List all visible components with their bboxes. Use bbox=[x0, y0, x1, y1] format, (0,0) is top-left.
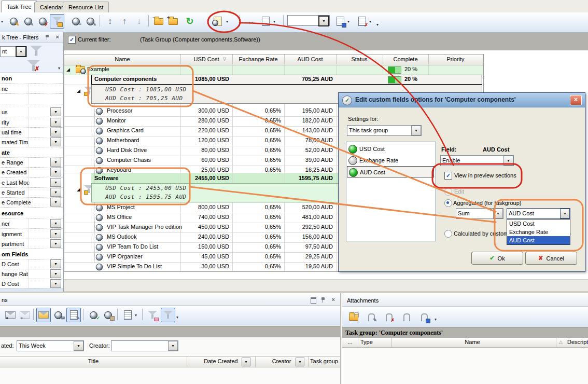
column-header-name[interactable]: Name bbox=[64, 54, 181, 64]
enable-combobox[interactable]: Enable ▾ bbox=[440, 155, 514, 166]
filter-field-row[interactable]: hange Rat▾ bbox=[0, 269, 63, 279]
chevron-down-icon[interactable]: ▾ bbox=[50, 107, 61, 116]
layout-combobox-dropdown-icon[interactable]: ▾ bbox=[318, 16, 329, 26]
dialog-close-icon[interactable]: × bbox=[570, 95, 582, 105]
chevron-down-icon[interactable]: ▾ bbox=[74, 341, 83, 351]
sidebar-more-icon[interactable]: ▾ bbox=[58, 66, 60, 71]
expand-all-icon[interactable]: + bbox=[166, 14, 180, 29]
column-header-exchange-rate[interactable]: Exchange Rate bbox=[232, 54, 285, 64]
column-header-type[interactable]: Type bbox=[358, 338, 392, 347]
chevron-down-icon[interactable]: ▾ bbox=[50, 219, 61, 228]
chevron-down-icon[interactable]: ▾ bbox=[493, 209, 503, 218]
dropdown-option-aud-cost[interactable]: AUD Cost bbox=[507, 236, 570, 244]
open-attachment-icon[interactable] bbox=[399, 310, 414, 324]
chevron-down-icon[interactable]: ▾ bbox=[168, 341, 178, 351]
column-filter-icon[interactable]: ▾ bbox=[242, 358, 250, 366]
current-filter-checkbox[interactable]: ✓ bbox=[68, 36, 76, 44]
chevron-down-icon[interactable]: ▾ bbox=[50, 229, 61, 238]
chevron-down-icon[interactable]: ▾ bbox=[50, 128, 61, 136]
aggregated-radio[interactable] bbox=[444, 199, 452, 207]
move-down-icon[interactable]: ↓ bbox=[132, 14, 146, 29]
filter-field-row[interactable]: e Started▾ bbox=[0, 187, 63, 198]
move-task-icon[interactable]: ↕ bbox=[103, 14, 117, 29]
add-attachment-icon[interactable] bbox=[346, 310, 361, 324]
settings-for-combobox[interactable]: This task group ▾ bbox=[347, 125, 422, 136]
filter-field-row[interactable]: mated Tim▾ bbox=[0, 137, 63, 147]
assign-task-icon[interactable] bbox=[101, 308, 115, 322]
tab-resource-list[interactable]: Resource List bbox=[63, 2, 109, 12]
filter-field-row[interactable]: ner▾ bbox=[0, 218, 63, 229]
show-notifications-icon[interactable] bbox=[36, 308, 51, 322]
filter-preset-combobox[interactable]: nt ▾ bbox=[0, 46, 27, 57]
aggregate-function-combobox[interactable]: Sum ▾ bbox=[456, 208, 503, 219]
column-header-aud-cost[interactable]: AUD Cost bbox=[284, 54, 337, 64]
chevron-down-icon[interactable]: ▾ bbox=[50, 138, 61, 146]
fit-width-icon[interactable]: ↔ bbox=[244, 14, 258, 29]
filter-field-row[interactable]: D Cost▾ bbox=[0, 259, 63, 269]
chevron-down-icon[interactable]: ▾ bbox=[50, 239, 61, 248]
pin-icon[interactable] bbox=[320, 297, 326, 303]
list-view-icon[interactable] bbox=[120, 308, 135, 322]
list-item-exchange-rate[interactable]: Exchange Rate bbox=[347, 155, 434, 166]
delete-layout-icon[interactable]: ✗ bbox=[355, 14, 369, 29]
horizontal-scroll-strip[interactable] bbox=[64, 279, 588, 292]
dropdown-option-usd-cost[interactable]: USD Cost bbox=[507, 220, 570, 228]
chevron-down-icon[interactable]: ▾ bbox=[50, 188, 61, 197]
close-icon[interactable]: × bbox=[332, 297, 335, 303]
toolbar-more-icon[interactable]: ▾ bbox=[376, 23, 379, 27]
close-icon[interactable]: × bbox=[56, 34, 59, 40]
edit-radio[interactable] bbox=[444, 188, 452, 196]
grid-columns-dropdown-icon[interactable]: ▾ bbox=[273, 20, 275, 24]
filter-field-row[interactable]: e Last Moc▾ bbox=[0, 177, 63, 188]
dropdown-option-exchange-rate[interactable]: Exchange Rate bbox=[507, 228, 570, 236]
task-export-icon[interactable]: ▴ bbox=[83, 14, 97, 29]
column-filter-icon[interactable]: ▾ bbox=[296, 358, 304, 366]
column-header-description[interactable]: Description bbox=[565, 338, 588, 347]
task-notes-icon[interactable]: ≡ bbox=[68, 14, 83, 29]
delete-layout-dropdown-icon[interactable]: ▾ bbox=[369, 20, 371, 24]
column-header-dots[interactable]: ... bbox=[342, 338, 358, 347]
task-notification-icon[interactable]: ✉ bbox=[51, 308, 65, 322]
column-header-status[interactable]: Status bbox=[336, 54, 383, 64]
date-created-combobox[interactable]: This Week ▾ bbox=[17, 340, 84, 351]
column-header-task-group[interactable]: Task group bbox=[308, 356, 340, 367]
toolbar-overflow-icon[interactable]: ▾ bbox=[1, 20, 3, 24]
list-view-dropdown-icon[interactable]: ▾ bbox=[135, 313, 137, 318]
filter-field-row[interactable]: e Complete▾ bbox=[0, 197, 63, 208]
accept-task-icon[interactable]: ✓ bbox=[86, 308, 101, 322]
layout-combobox[interactable]: ▾ bbox=[287, 15, 330, 26]
save-layout-dropdown-icon[interactable]: ▾ bbox=[347, 20, 349, 24]
view-message-icon[interactable]: ● bbox=[3, 308, 18, 322]
chevron-down-icon[interactable]: ▾ bbox=[411, 126, 421, 135]
pin-icon[interactable] bbox=[45, 34, 50, 40]
chevron-down-icon[interactable]: ▾ bbox=[50, 168, 61, 176]
chevron-down-icon[interactable]: ▾ bbox=[560, 209, 570, 218]
tree-expand-icon[interactable]: ◢ bbox=[77, 187, 80, 192]
filter-field-row[interactable]: e Created▾ bbox=[0, 167, 63, 177]
calculated-radio[interactable] bbox=[444, 230, 452, 238]
chevron-down-icon[interactable]: ▾ bbox=[50, 279, 61, 288]
filter-preset-dropdown-icon[interactable]: ▾ bbox=[16, 46, 26, 57]
column-header-title[interactable]: Title bbox=[0, 356, 187, 367]
column-header-priority[interactable]: Priority bbox=[428, 54, 483, 64]
edit-attachment-icon[interactable]: ✎ bbox=[364, 310, 379, 324]
filter-dropdown-icon[interactable]: ▾ bbox=[176, 316, 178, 320]
refresh-icon[interactable]: ↻ bbox=[183, 14, 197, 29]
delete-attachment-icon[interactable]: ✗ bbox=[382, 310, 396, 324]
filter-field-row[interactable]: us▾ bbox=[0, 107, 63, 117]
clear-filter-icon[interactable]: ✗ bbox=[27, 60, 40, 73]
move-up-icon[interactable]: ↑ bbox=[117, 14, 132, 29]
chevron-down-icon[interactable]: ▾ bbox=[50, 118, 61, 127]
list-item-aud-cost[interactable]: AUD Cost bbox=[347, 166, 434, 177]
chevron-down-icon[interactable]: ▾ bbox=[50, 269, 61, 278]
save-layout-icon[interactable] bbox=[333, 14, 347, 29]
aggregate-field-combobox[interactable]: AUD Cost ▾ bbox=[507, 208, 570, 219]
tree-expand-icon[interactable]: ◢ bbox=[77, 89, 80, 93]
dialog-title-bar[interactable]: ✓ Edit custom fields options for 'Comput… bbox=[339, 93, 585, 107]
preview-fields-dropdown-icon[interactable]: ▾ bbox=[226, 20, 228, 24]
filter-field-row[interactable]: ignment▾ bbox=[0, 229, 63, 239]
chevron-down-icon[interactable]: ▾ bbox=[50, 259, 61, 268]
filter-field-row[interactable]: partment▾ bbox=[0, 239, 63, 249]
delete-task-icon[interactable]: ✗ bbox=[35, 14, 50, 29]
filter-field-row[interactable]: D Cost▾ bbox=[0, 279, 63, 289]
